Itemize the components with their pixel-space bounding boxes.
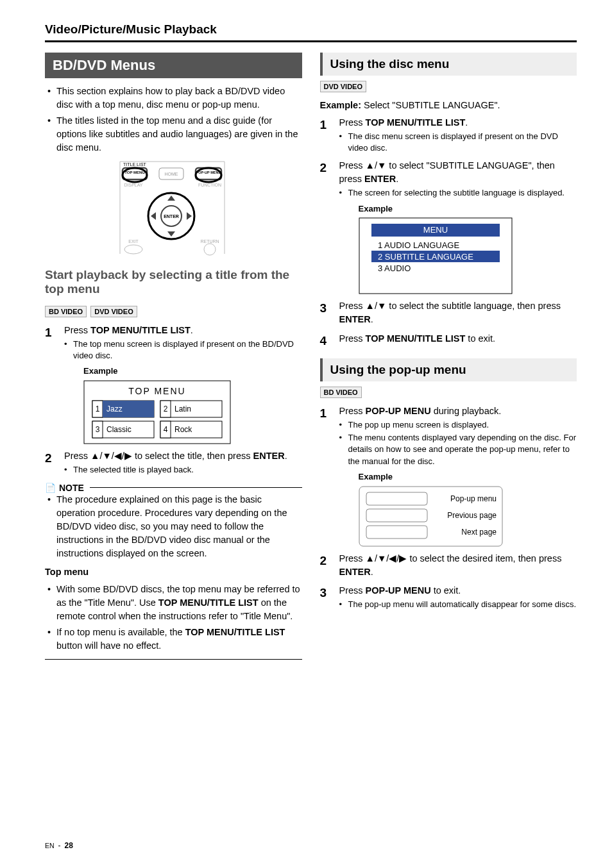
top-menu-title: TOP MENU — [128, 386, 185, 396]
example-label: Example — [359, 471, 577, 483]
return-label: RETURN — [201, 239, 219, 244]
exit-label: EXIT — [128, 239, 139, 244]
function-label: FUNCTION — [198, 183, 221, 187]
note-label: NOTE — [59, 483, 84, 493]
step-number: 1 — [45, 324, 55, 444]
menu-row: 3 AUDIO — [378, 263, 411, 273]
step-number: 3 — [320, 584, 330, 610]
header-rule — [45, 40, 577, 42]
using-popup-menu-heading: Using the pop-up menu — [320, 358, 577, 381]
step-body: Press POP-UP MENU to exit. The pop-up me… — [339, 584, 577, 610]
svg-point-13 — [204, 244, 216, 255]
step-text: Press — [64, 451, 90, 461]
step-text: to select the title, then press — [132, 451, 253, 461]
intro-bullet: This section explains how to play back a… — [47, 85, 302, 112]
disc-menu-example: MENU 1 AUDIO LANGUAGE 2 SUBTITLE LANGUAG… — [359, 217, 513, 294]
step-bold: POP-UP MENU — [366, 585, 431, 596]
start-playback-heading: Start playback by selecting a title from… — [45, 263, 302, 301]
example-label: Example — [83, 365, 302, 378]
step-sub: The pop-up menu will automatically disap… — [339, 599, 577, 610]
step-bold: POP-UP MENU — [366, 406, 431, 416]
svg-text:2: 2 — [164, 405, 168, 413]
popup-row: Previous page — [447, 511, 497, 520]
example-line: Example: Select "SUBTITLE LANGUAGE". — [320, 99, 577, 112]
top-menu-subhead: Top menu — [45, 565, 302, 579]
menu-cell: Classic — [106, 425, 132, 434]
text-span: button will have no effect. — [56, 640, 161, 651]
text-span: If no top menu is available, the — [56, 627, 185, 637]
step-text: to exit. — [431, 585, 461, 596]
topmenu-bullet: If no top menu is available, the TOP MEN… — [47, 626, 302, 653]
popup-row: Pop-up menu — [450, 494, 496, 503]
dvd-video-tag: DVD VIDEO — [90, 306, 137, 317]
step-text: Press — [64, 325, 90, 335]
arrow-keys: ▲/▼/◀/▶ — [366, 553, 407, 563]
menu-title: MENU — [423, 225, 447, 235]
left-column: BD/DVD Menus This section explains how t… — [45, 53, 302, 662]
step-body: Press POP-UP MENU during playback. The p… — [339, 405, 577, 547]
step-body: Press TOP MENU/TITLE LIST to exit. — [339, 332, 577, 350]
arrow-keys: ▲/▼/◀/▶ — [90, 451, 132, 461]
step-bold: ENTER — [339, 314, 371, 324]
step-sub: The selected title is played back. — [64, 464, 302, 476]
dvd-video-tag: DVD VIDEO — [320, 81, 367, 92]
topmenu-bullet: With some BD/DVD discs, the top menu may… — [47, 583, 302, 623]
section-header: Video/Picture/Music Playback — [45, 22, 577, 37]
note-bullet: The procedure explained on this page is … — [47, 493, 302, 560]
menu-cell: Jazz — [106, 405, 123, 413]
intro-list: This section explains how to play back a… — [45, 85, 302, 154]
example-label: Example — [359, 203, 577, 215]
step-text: Press — [339, 333, 366, 344]
step-text: Press — [339, 301, 366, 311]
svg-rect-36 — [366, 509, 427, 522]
svg-rect-37 — [366, 526, 427, 538]
menu-cell: Rock — [174, 425, 192, 434]
note-icon: 📄 — [45, 483, 56, 493]
remote-diagram: TITLE LIST TOP MENU HOME POP-UP MENU DIS… — [112, 160, 234, 256]
step-sub: The pop up menu screen is displayed. — [339, 419, 577, 431]
step-text: Press — [339, 160, 366, 171]
step-body: Press ▲/▼/◀/▶ to select the title, then … — [64, 449, 302, 476]
popup-menu-label: POP-UP MENU — [196, 171, 221, 174]
step-number: 3 — [320, 299, 330, 326]
step-number: 1 — [320, 405, 330, 547]
example-prefix: Example: — [320, 100, 361, 110]
popup-row: Next page — [461, 528, 497, 537]
menu-cell: Latin — [174, 405, 191, 413]
step-body: Press ▲/▼ to select "SUBTITLE LANGUAGE",… — [339, 159, 577, 294]
step-number: 2 — [320, 159, 330, 294]
popup-menu-example: Pop-up menu Previous page Next page — [359, 486, 503, 547]
step-number: 2 — [45, 449, 55, 476]
bold-span: TOP MENU/TITLE LIST — [185, 627, 285, 637]
step-text: to select the desired item, then press — [407, 553, 561, 563]
step-bold: TOP MENU/TITLE LIST — [366, 333, 466, 344]
home-label: HOME — [165, 172, 178, 176]
step-bold: ENTER — [253, 451, 285, 461]
step-bold: ENTER — [339, 567, 371, 577]
step-sub: The menu contents displayed vary dependi… — [339, 432, 577, 467]
step-bold: TOP MENU/TITLE LIST — [366, 117, 466, 128]
step-sub: The screen for selecting the subtitle la… — [339, 187, 577, 199]
bd-video-tag: BD VIDEO — [45, 306, 87, 317]
step-number: 1 — [320, 116, 330, 154]
bd-video-tag: BD VIDEO — [320, 387, 362, 398]
step-body: Press TOP MENU/TITLE LIST. The disc menu… — [339, 116, 577, 154]
note-rule — [90, 487, 302, 488]
step-body: Press ▲/▼/◀/▶ to select the desired item… — [339, 552, 577, 579]
step-text: Press — [339, 117, 366, 128]
enter-label: ENTER — [164, 214, 179, 219]
top-menu-label: TOP MENU — [125, 171, 145, 174]
step-text: to select the subtitle language, then pr… — [386, 301, 561, 311]
intro-bullet: The titles listed in the top menu and a … — [47, 114, 302, 154]
step-number: 4 — [320, 332, 330, 350]
arrow-keys: ▲/▼ — [366, 160, 387, 171]
column-end-rule — [45, 659, 302, 660]
using-disc-menu-heading: Using the disc menu — [320, 53, 577, 76]
arrow-keys: ▲/▼ — [366, 301, 387, 311]
step-sub: The top menu screen is displayed if pres… — [64, 338, 302, 362]
menu-row: 1 AUDIO LANGUAGE — [378, 240, 459, 250]
example-text: Select "SUBTITLE LANGUAGE". — [361, 100, 500, 110]
svg-text:4: 4 — [164, 425, 168, 434]
svg-rect-35 — [366, 492, 427, 505]
menu-row: 2 SUBTITLE LANGUAGE — [378, 252, 473, 262]
